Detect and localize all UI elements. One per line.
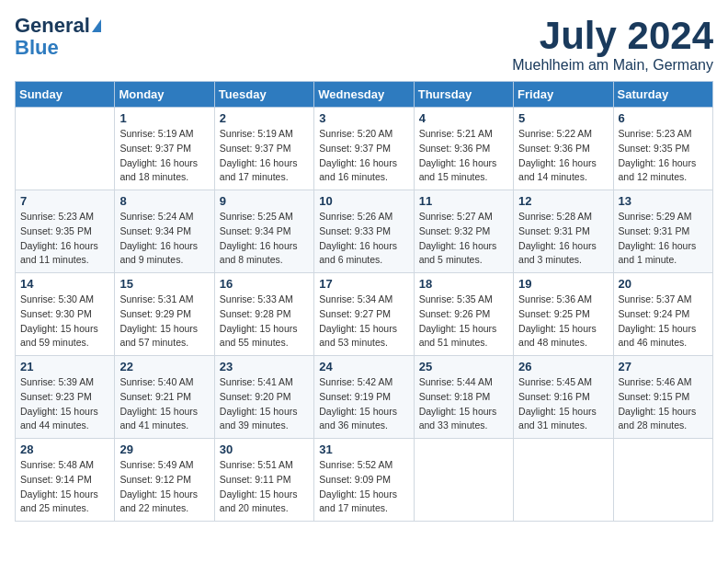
column-header-friday: Friday [514, 82, 613, 108]
day-details: Sunrise: 5:37 AM Sunset: 9:24 PM Dayligh… [619, 293, 708, 350]
day-number: 28 [20, 442, 109, 456]
day-details: Sunrise: 5:23 AM Sunset: 9:35 PM Dayligh… [20, 210, 109, 268]
calendar-table: SundayMondayTuesdayWednesdayThursdayFrid… [15, 81, 713, 522]
day-number: 16 [220, 277, 309, 291]
calendar-header-row: SundayMondayTuesdayWednesdayThursdayFrid… [16, 82, 713, 108]
calendar-cell: 7Sunrise: 5:23 AM Sunset: 9:35 PM Daylig… [16, 190, 115, 273]
day-number: 2 [220, 111, 309, 125]
day-number: 24 [319, 360, 408, 373]
calendar-cell: 28Sunrise: 5:48 AM Sunset: 9:14 PM Dayli… [16, 439, 115, 522]
day-number: 5 [518, 111, 608, 125]
day-details: Sunrise: 5:28 AM Sunset: 9:31 PM Dayligh… [518, 210, 608, 268]
calendar-cell: 31Sunrise: 5:52 AM Sunset: 9:09 PM Dayli… [314, 439, 414, 522]
calendar-cell: 17Sunrise: 5:34 AM Sunset: 9:27 PM Dayli… [314, 273, 414, 356]
day-number: 19 [518, 277, 608, 291]
day-details: Sunrise: 5:20 AM Sunset: 9:37 PM Dayligh… [319, 127, 408, 185]
day-details: Sunrise: 5:39 AM Sunset: 9:23 PM Dayligh… [20, 375, 109, 433]
location: Muehlheim am Main, Germany [512, 57, 713, 74]
day-details: Sunrise: 5:44 AM Sunset: 9:18 PM Dayligh… [419, 375, 508, 433]
calendar-cell: 20Sunrise: 5:37 AM Sunset: 9:24 PM Dayli… [613, 273, 712, 356]
calendar-week-row: 21Sunrise: 5:39 AM Sunset: 9:23 PM Dayli… [16, 356, 713, 439]
day-details: Sunrise: 5:27 AM Sunset: 9:32 PM Dayligh… [419, 210, 508, 268]
day-number: 14 [20, 277, 109, 291]
logo: General Blue [15, 15, 101, 59]
day-details: Sunrise: 5:34 AM Sunset: 9:27 PM Dayligh… [319, 293, 408, 350]
day-number: 23 [220, 360, 309, 373]
day-number: 18 [419, 277, 508, 291]
day-details: Sunrise: 5:33 AM Sunset: 9:28 PM Dayligh… [220, 293, 309, 350]
day-number: 29 [119, 442, 209, 456]
day-number: 4 [419, 111, 508, 125]
calendar-week-row: 7Sunrise: 5:23 AM Sunset: 9:35 PM Daylig… [16, 190, 713, 273]
day-details: Sunrise: 5:31 AM Sunset: 9:29 PM Dayligh… [119, 293, 209, 350]
calendar-cell: 1Sunrise: 5:19 AM Sunset: 9:37 PM Daylig… [115, 108, 214, 190]
calendar-cell: 10Sunrise: 5:26 AM Sunset: 9:33 PM Dayli… [314, 190, 414, 273]
column-header-sunday: Sunday [16, 82, 115, 108]
column-header-wednesday: Wednesday [314, 82, 414, 108]
day-details: Sunrise: 5:22 AM Sunset: 9:36 PM Dayligh… [518, 127, 608, 185]
day-details: Sunrise: 5:21 AM Sunset: 9:36 PM Dayligh… [419, 127, 508, 185]
day-details: Sunrise: 5:36 AM Sunset: 9:25 PM Dayligh… [518, 293, 608, 350]
day-number: 9 [220, 194, 309, 208]
calendar-cell: 18Sunrise: 5:35 AM Sunset: 9:26 PM Dayli… [414, 273, 513, 356]
calendar-cell [514, 439, 613, 522]
calendar-cell: 8Sunrise: 5:24 AM Sunset: 9:34 PM Daylig… [115, 190, 214, 273]
column-header-monday: Monday [115, 82, 214, 108]
column-header-saturday: Saturday [613, 82, 712, 108]
calendar-cell: 3Sunrise: 5:20 AM Sunset: 9:37 PM Daylig… [314, 108, 414, 190]
calendar-cell: 22Sunrise: 5:40 AM Sunset: 9:21 PM Dayli… [115, 356, 214, 439]
title-block: July 2024 Muehlheim am Main, Germany [512, 15, 713, 74]
day-number: 8 [119, 194, 209, 208]
day-details: Sunrise: 5:49 AM Sunset: 9:12 PM Dayligh… [119, 458, 209, 516]
calendar-week-row: 28Sunrise: 5:48 AM Sunset: 9:14 PM Dayli… [16, 439, 713, 522]
calendar-week-row: 14Sunrise: 5:30 AM Sunset: 9:30 PM Dayli… [16, 273, 713, 356]
calendar-cell: 9Sunrise: 5:25 AM Sunset: 9:34 PM Daylig… [214, 190, 313, 273]
day-details: Sunrise: 5:51 AM Sunset: 9:11 PM Dayligh… [220, 458, 309, 516]
calendar-cell: 23Sunrise: 5:41 AM Sunset: 9:20 PM Dayli… [214, 356, 313, 439]
day-number: 22 [119, 360, 209, 373]
day-number: 21 [20, 360, 109, 373]
day-number: 20 [619, 277, 708, 291]
page-header: General Blue July 2024 Muehlheim am Main… [15, 15, 713, 74]
day-details: Sunrise: 5:23 AM Sunset: 9:35 PM Dayligh… [619, 127, 708, 185]
day-number: 30 [220, 442, 309, 456]
day-number: 10 [319, 194, 408, 208]
day-details: Sunrise: 5:29 AM Sunset: 9:31 PM Dayligh… [619, 210, 708, 268]
calendar-cell: 24Sunrise: 5:42 AM Sunset: 9:19 PM Dayli… [314, 356, 414, 439]
calendar-cell: 15Sunrise: 5:31 AM Sunset: 9:29 PM Dayli… [115, 273, 214, 356]
calendar-cell [613, 439, 712, 522]
day-details: Sunrise: 5:25 AM Sunset: 9:34 PM Dayligh… [220, 210, 309, 268]
month-title: July 2024 [512, 15, 713, 57]
calendar-cell: 21Sunrise: 5:39 AM Sunset: 9:23 PM Dayli… [16, 356, 115, 439]
day-details: Sunrise: 5:41 AM Sunset: 9:20 PM Dayligh… [220, 375, 309, 433]
day-number: 12 [518, 194, 608, 208]
calendar-cell: 12Sunrise: 5:28 AM Sunset: 9:31 PM Dayli… [514, 190, 613, 273]
day-details: Sunrise: 5:52 AM Sunset: 9:09 PM Dayligh… [319, 458, 408, 516]
calendar-cell: 6Sunrise: 5:23 AM Sunset: 9:35 PM Daylig… [613, 108, 712, 190]
calendar-cell: 11Sunrise: 5:27 AM Sunset: 9:32 PM Dayli… [414, 190, 513, 273]
day-number: 3 [319, 111, 408, 125]
day-number: 25 [419, 360, 508, 373]
calendar-cell: 4Sunrise: 5:21 AM Sunset: 9:36 PM Daylig… [414, 108, 513, 190]
calendar-cell: 29Sunrise: 5:49 AM Sunset: 9:12 PM Dayli… [115, 439, 214, 522]
day-details: Sunrise: 5:26 AM Sunset: 9:33 PM Dayligh… [319, 210, 408, 268]
day-number: 1 [119, 111, 209, 125]
day-number: 26 [518, 360, 608, 373]
day-details: Sunrise: 5:42 AM Sunset: 9:19 PM Dayligh… [319, 375, 408, 433]
calendar-cell [16, 108, 115, 190]
calendar-cell: 14Sunrise: 5:30 AM Sunset: 9:30 PM Dayli… [16, 273, 115, 356]
logo-general: General [15, 15, 90, 37]
column-header-thursday: Thursday [414, 82, 513, 108]
day-number: 7 [20, 194, 109, 208]
calendar-cell: 19Sunrise: 5:36 AM Sunset: 9:25 PM Dayli… [514, 273, 613, 356]
calendar-cell: 13Sunrise: 5:29 AM Sunset: 9:31 PM Dayli… [613, 190, 712, 273]
day-number: 11 [419, 194, 508, 208]
day-details: Sunrise: 5:45 AM Sunset: 9:16 PM Dayligh… [518, 375, 608, 433]
day-details: Sunrise: 5:40 AM Sunset: 9:21 PM Dayligh… [119, 375, 209, 433]
day-number: 17 [319, 277, 408, 291]
logo-blue: Blue [15, 37, 59, 59]
day-number: 31 [319, 442, 408, 456]
logo-triangle-icon [92, 19, 101, 32]
day-details: Sunrise: 5:35 AM Sunset: 9:26 PM Dayligh… [419, 293, 508, 350]
day-details: Sunrise: 5:48 AM Sunset: 9:14 PM Dayligh… [20, 458, 109, 516]
